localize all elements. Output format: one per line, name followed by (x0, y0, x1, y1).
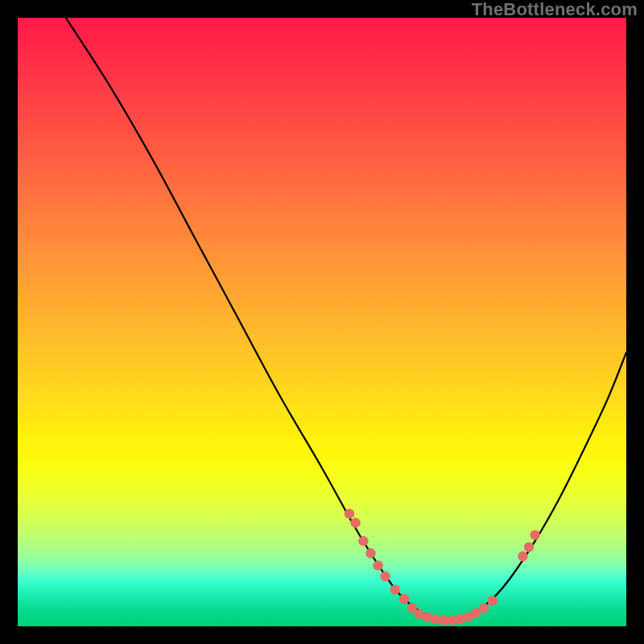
marker-dot (345, 509, 354, 518)
marker-dot (430, 614, 440, 624)
marker-dot (518, 551, 527, 561)
marker-dot (399, 594, 409, 604)
marker-dot (373, 560, 382, 570)
marker-dot (350, 518, 360, 527)
chart-frame: TheBottleneck.com (0, 0, 644, 644)
bottleneck-curve (66, 18, 626, 620)
plot-area (18, 18, 626, 626)
marker-dot (365, 548, 375, 558)
marker-dot (524, 543, 534, 552)
curve-layer (18, 18, 626, 626)
marker-dot (390, 584, 400, 594)
marker-dot (358, 536, 368, 546)
marker-dot (380, 572, 390, 581)
marker-dot (479, 603, 489, 613)
marker-dot (530, 530, 539, 539)
curve-markers (345, 509, 540, 625)
marker-dot (487, 596, 497, 605)
marker-dot (439, 615, 448, 625)
